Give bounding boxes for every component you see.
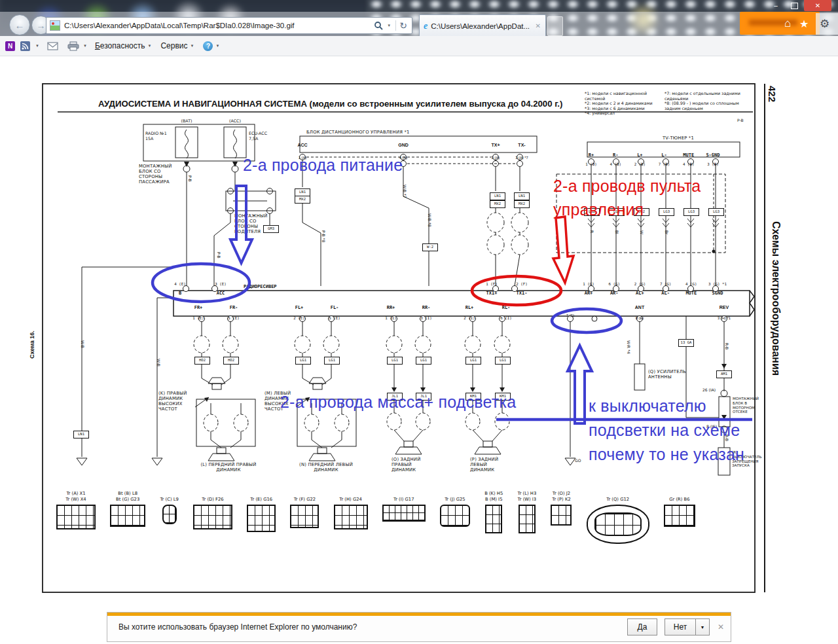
- wire-label: R-B: [725, 343, 729, 349]
- connector-item: Tr (O) J2Tr (P) K2: [551, 490, 572, 526]
- passenger-block-label: МОНТАЖНЫЙ БЛОК СО СТОРОНЫ ПАССАЖИРА: [139, 164, 186, 185]
- note-line: *2: модели с 2 и 4 динамиками: [585, 101, 662, 106]
- receiver-rl-terminals: RL+2 (I) RL-6 (I): [461, 305, 515, 321]
- engine-block-label: МОНТАЖНЫЙ БЛОК В МОТОРНОМ ОТСЕКЕ: [733, 397, 756, 414]
- terminal: 1 (G)AR+: [580, 282, 597, 296]
- wire-label: W: [640, 230, 644, 234]
- remote-block-label: БЛОК ДИСТАНЦИОННОГО УПРАВЛЕНИЯ *1: [306, 130, 410, 135]
- terminal: RR-3 (I): [418, 305, 435, 321]
- receiver-tx-terminals: 1 (F)TX1+ 2 (F)TX1-: [483, 282, 530, 296]
- connector-label2: Tr (W) X4: [65, 497, 86, 503]
- wire-label: W-B: [81, 340, 85, 348]
- connector-label: Tr (J) G25: [445, 497, 465, 503]
- terminal: 6 (G)AR-: [606, 282, 623, 296]
- connector-label: Tr (L) H3: [518, 491, 537, 497]
- annotation-switch-2: подсветки на схеме: [589, 421, 740, 440]
- wire-label: W-B *7: [403, 185, 407, 198]
- connector-label: Bt (B) L8: [116, 491, 139, 497]
- yes-button[interactable]: Да: [627, 618, 657, 635]
- diagram-title: АУДИОСИСТЕМА И НАВИГАЦИОННАЯ СИСТЕМА (мо…: [98, 99, 562, 109]
- connector-item: Tr (L) H3Tr (W) I3: [518, 490, 537, 533]
- terminal: S-GND3 (B): [704, 148, 721, 167]
- connector-row: Tr (A) X1Tr (W) X4 Bt (B) L8Bt (G) G23 T…: [56, 490, 695, 544]
- no-dropdown-button[interactable]: ▼: [695, 618, 710, 635]
- wire-label: P-B: [737, 118, 744, 122]
- connector-label: Tr (Q) G12: [606, 497, 629, 503]
- connector-code-box: AM1: [716, 370, 732, 378]
- wire-label: W-R *4: [627, 340, 631, 354]
- terminal: 3 (G) *1SGND: [708, 282, 727, 296]
- screen: { "chrome": { "url": "C:\\Users\\Alexand…: [0, 0, 838, 644]
- connector-code-box: LN1: [73, 431, 89, 438]
- wire-label: Bl: [615, 230, 619, 234]
- connector-glyph: [334, 505, 368, 529]
- connector-item: Gr (R) B6: [664, 490, 695, 527]
- connector-code-box: LG1: [387, 357, 403, 365]
- connector-item: Tr (J) G25: [440, 490, 470, 527]
- connector-label2: Bt (G) G23: [116, 497, 139, 503]
- no-button[interactable]: Нет: [665, 618, 696, 635]
- connector-code-box: LG3: [708, 208, 724, 216]
- connector-item: Bt (B) L8Bt (G) G23: [110, 490, 145, 527]
- annotation-power: 2-а провода питание: [243, 156, 403, 175]
- annotation-mass: 2-а провода масса+ подсветка: [280, 393, 516, 412]
- connector-label: Tr (C) L9: [160, 497, 178, 503]
- connector-label2: Tr (P) K2: [552, 497, 570, 503]
- terminal: FR-5 (E): [225, 305, 242, 321]
- remote-terminal-txp: TX+ 2 (A): [486, 143, 505, 160]
- receiver-label: РАДИОРЕСИВЕР: [244, 284, 277, 289]
- annotation-switch-1: к выключателю: [589, 397, 706, 416]
- wire-label: R: [590, 230, 594, 233]
- notification-message: Вы хотите использовать браузер Internet …: [118, 622, 357, 632]
- connector-item: Tr (E) G16: [247, 490, 276, 532]
- tweeter-right-label: (K) ПРАВЫЙ ДИНАМИК ВЫСОКИХ ЧАСТОТ: [158, 391, 196, 412]
- connector-code-box: HO2: [194, 357, 210, 365]
- receiver-ant-terminal: ANT 8 (E): [623, 305, 656, 321]
- terminal: 3 (E)ACC: [212, 282, 229, 296]
- connector-code-box: LG1: [495, 357, 511, 365]
- annotation-remote-2: управления: [553, 200, 644, 219]
- connector-label: Tr (H) G24: [339, 497, 362, 503]
- remote-terminal-txm: TX- 3 (A) *7: [509, 143, 535, 160]
- receiver-amp-terminals: 1 (G)AR+ 6 (G)AR- 2 (G)AL+ 7 (G)AL- 4 (G…: [580, 282, 727, 296]
- note-line: *3: модели с 6 динамиками: [585, 106, 662, 111]
- connector-label: Tr (I) G17: [393, 497, 414, 503]
- connector-glyph: [162, 505, 177, 524]
- connector-item: Tr (D) F26: [193, 490, 232, 529]
- front-left-speaker-label: (N) ПЕРЕДНИЙ ЛЕВЫЙ ДИНАМИК: [296, 462, 356, 473]
- connector-item: Tr (A) X1Tr (W) X4: [56, 490, 96, 529]
- terminal: R-4 (B): [607, 148, 624, 167]
- connector-glyph: [56, 505, 96, 529]
- receiver-power-terminals: 4 (E)B 3 (E)ACC: [172, 282, 229, 296]
- connector-code-box: LG1: [465, 357, 481, 365]
- connector-label2: B (M) I5: [484, 497, 503, 503]
- terminal: RR+1 (I): [382, 305, 399, 321]
- terminal: 1 (F)TX1+: [483, 282, 500, 296]
- notification-close-icon[interactable]: ✕: [718, 622, 724, 632]
- connector-label: B (K) H5: [484, 491, 503, 497]
- connector-glyph: [247, 505, 276, 532]
- connector-glyph: [193, 505, 232, 529]
- connector-glyph: [485, 505, 502, 533]
- right-margin-caption: Схемы электрооборудования: [770, 221, 782, 376]
- receiver-rev-terminal: REV 3 (H) *1: [707, 305, 741, 321]
- terminal: L-7 (B): [656, 148, 673, 167]
- diagram-notes-col1: *1: модели с навигационной системой*2: м…: [585, 91, 662, 116]
- wire-label: 26 (IA): [702, 387, 716, 392]
- wire-label: P-B: [188, 175, 192, 182]
- terminal: 4 (G)MUTE: [683, 282, 700, 296]
- connector-glyph: [551, 505, 572, 526]
- connector-label: Tr (A) X1: [65, 491, 86, 497]
- notification-stripe: [107, 613, 731, 616]
- rear-left-speaker-label: (P) ЗАДНИЙ ЛЕВЫЙ ДИНАМИК: [470, 457, 508, 473]
- wire-label: W-B *8: [428, 213, 432, 226]
- connector-code-box: LN1: [514, 192, 530, 200]
- diagram-notes-col2: *7: модели с отдельными задними сиденьям…: [665, 91, 743, 111]
- connector-item: Tr (Q) G12: [587, 490, 649, 544]
- wire-label: W-B: [156, 359, 161, 367]
- connector-label2: Tr (W) I3: [518, 497, 537, 503]
- left-margin-caption: Схема 16.: [29, 331, 35, 359]
- receiver-fr-terminals: FR+1 (E) FR-5 (E): [190, 305, 242, 321]
- wiring-diagram-page: 422 Схемы электрооборудования Схема 16. …: [0, 0, 838, 644]
- antenna-amp-label: (Q) УСИЛИТЕЛЬ АНТЕННЫ: [648, 369, 686, 380]
